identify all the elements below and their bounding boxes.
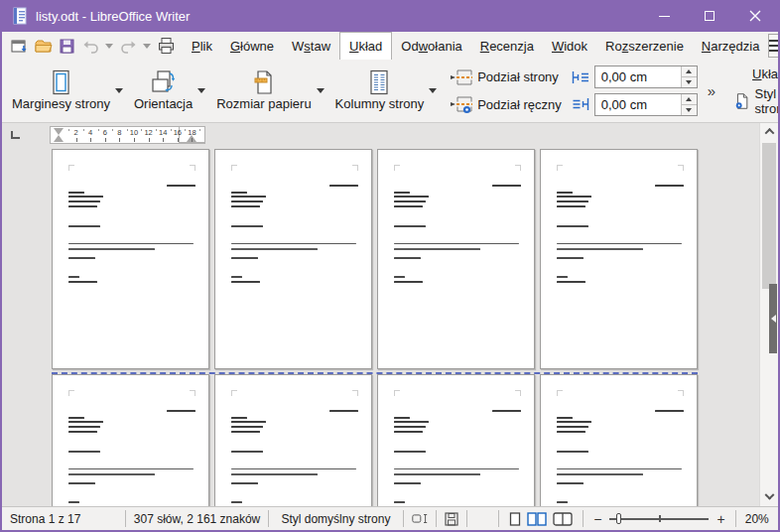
close-button[interactable] [732,0,778,32]
page-number-status[interactable]: Strona 1 z 17 [2,507,125,530]
page-columns-button[interactable]: Kolumny strony [329,60,443,122]
step-up-button[interactable] [682,66,697,76]
page-thumbnail [540,149,698,369]
page-margins-button[interactable]: Marginesy strony [6,60,128,122]
tab-glowne[interactable]: Główne [221,32,283,60]
close-icon [749,10,761,22]
page-break-label: Podział strony [477,69,559,84]
first-line-indent-marker[interactable] [54,128,64,135]
ruler-number: 14 [159,128,167,137]
spacing-below-icon [572,96,589,112]
page-thumbnail [377,149,535,369]
layout-group: Układ Styl strony [728,60,780,122]
save-status-button[interactable] [436,507,465,530]
redo-icon[interactable] [117,35,139,57]
maximize-button[interactable] [687,0,732,32]
page-thumbnail [377,374,535,506]
spacing-above-input[interactable] [595,66,681,87]
chevron-down-icon [143,44,151,49]
chevron-down-icon[interactable] [197,88,205,93]
orientation-button[interactable]: Orientacja [128,60,210,122]
print-icon[interactable] [155,35,177,57]
page-margins-icon [48,69,73,96]
paper-size-icon [251,69,277,96]
titlebar: listy.odt - LibreOffice Writer [2,0,778,32]
spacing-above-stepper [681,66,697,87]
ribbon-layout: Marginesy strony Orientacja Rozmiar papi… [2,60,778,123]
orientation-icon [150,69,177,96]
layout-menu-button[interactable]: Układ [752,66,780,81]
book-view-icon[interactable] [553,512,573,526]
step-down-button[interactable] [682,104,697,115]
libreoffice-writer-window: listy.odt - LibreOffice Writer [0,0,780,532]
manual-break-label: Podział ręczny [477,97,562,112]
paper-size-label: Rozmiar papieru [216,96,311,111]
save-icon[interactable] [56,35,77,57]
spacing-below-input[interactable] [595,94,681,115]
scroll-down-button[interactable] [760,489,778,506]
scrollbar-thumb[interactable] [762,143,776,289]
tab-wstaw[interactable]: Wstaw [283,32,339,60]
orientation-label: Orientacja [134,96,193,111]
status-bar: Strona 1 z 17 307 słów, 2 161 znaków Sty… [2,506,778,530]
zoom-out-button[interactable]: − [591,511,603,527]
page-thumbnail [52,149,209,369]
page-columns-icon [366,69,392,96]
spacing-below-stepper [681,94,697,115]
manual-break-icon [450,94,473,114]
scroll-up-button[interactable] [760,123,778,140]
word-count-status[interactable]: 307 słów, 2 161 znaków [126,507,268,530]
zoom-slider[interactable] [609,512,709,525]
paper-size-button[interactable]: Rozmiar papieru [210,60,328,122]
ruler-row: 24681012141618 [2,123,778,147]
multi-page-view-icon[interactable] [527,512,547,526]
step-down-button[interactable] [682,76,697,87]
step-up-button[interactable] [682,94,697,104]
tab-row: PlikGłówneWstawUkładOdwołaniaRecenzjaWid… [2,32,778,60]
open-icon[interactable] [32,35,54,57]
zoom-level-status[interactable]: 20% [736,507,779,530]
page-break-button[interactable]: Podział strony [450,67,562,87]
sidebar-show-handle[interactable] [769,284,777,353]
selection-mode-button[interactable] [404,507,436,530]
single-page-view-icon[interactable] [509,512,521,526]
redo-dropdown-icon[interactable] [141,35,153,57]
new-document-icon[interactable] [8,35,30,57]
quick-toolbar [2,32,177,60]
page-style-button[interactable]: Styl strony [734,86,780,116]
tab-plik[interactable]: Plik [183,32,221,60]
minimize-icon [659,16,670,17]
chevron-down-icon[interactable] [115,88,123,93]
ruler-number: 10 [130,128,138,137]
ribbon-expand-button[interactable]: » [700,76,724,105]
tab-narzedzia[interactable]: Narzędzia [693,32,769,60]
undo-icon[interactable] [79,35,101,57]
page-columns-label: Kolumny strony [335,96,425,111]
minimize-button[interactable] [641,0,687,32]
tab-stop-selector-icon[interactable] [11,131,20,139]
hanging-indent-marker[interactable] [54,135,64,142]
manual-break-button[interactable]: Podział ręczny [450,94,562,114]
page-thumbnail [214,374,372,506]
tab-odwolania[interactable]: Odwołania [392,32,470,60]
document-view[interactable] [2,147,778,506]
zoom-in-button[interactable]: + [715,511,726,527]
tab-uklad[interactable]: Układ [339,32,392,60]
zoom-slider-thumb[interactable] [616,513,621,524]
tab-widok[interactable]: Widok [543,32,596,60]
page-style-status[interactable]: Styl domyślny strony [269,507,403,530]
chevron-down-icon[interactable] [317,88,325,93]
maximize-icon [705,11,715,21]
tab-recenzja[interactable]: Recenzja [471,32,543,60]
page-style-icon [734,91,749,111]
ruler-number: 18 [188,128,195,137]
chevron-down-icon[interactable] [429,88,437,93]
tab-rozszerzenie[interactable]: Rozszerzenie [596,32,693,60]
spacing-below-field [572,93,698,116]
horizontal-ruler[interactable]: 24681012141618 [50,126,205,144]
undo-dropdown-icon[interactable] [103,35,115,57]
page-thumbnail [214,149,372,369]
hamburger-icon[interactable] [768,34,780,58]
page-style-label: Styl strony [754,86,780,116]
window-title: listy.odt - LibreOffice Writer [36,9,641,24]
